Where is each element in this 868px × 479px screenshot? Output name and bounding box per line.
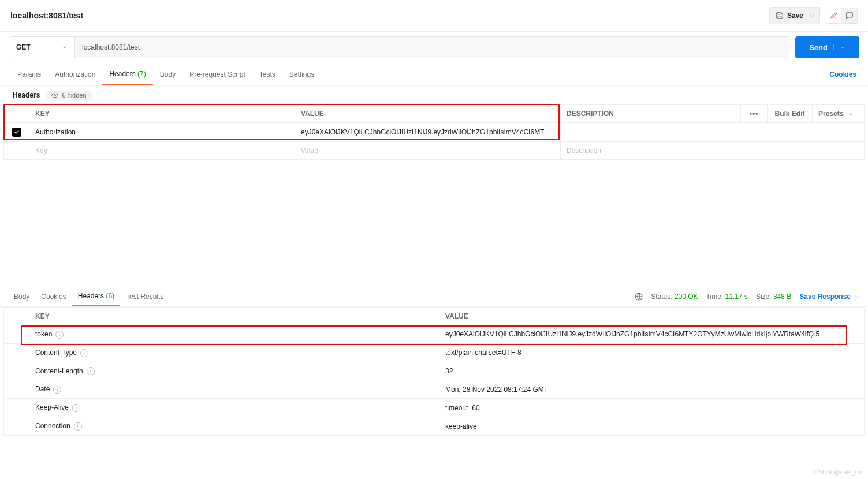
tab-body[interactable]: Body [153, 65, 182, 84]
hidden-headers-label: 6 hidden [62, 92, 86, 99]
table-row[interactable]: Authorization eyJ0eXAiOiJKV1QiLCJhbGciOi… [4, 123, 865, 142]
url-input[interactable]: localhost:8081/test [75, 36, 789, 58]
info-icon[interactable]: i [80, 349, 88, 357]
save-button-label: Save [787, 12, 803, 20]
header-desc-placeholder[interactable]: Description [561, 142, 865, 160]
header-key-cell[interactable]: Authorization [29, 123, 295, 142]
chevron-down-icon [848, 111, 854, 117]
status-value: 200 OK [675, 293, 698, 301]
send-button[interactable]: Send [795, 36, 859, 58]
col-value: VALUE [439, 308, 865, 325]
response-headers-table: KEY VALUE tokeni eyJ0eXAiOiJKV1QiLCJhbGc… [3, 307, 865, 436]
resp-header-key: Keep-Alive [35, 403, 69, 411]
comment-icon [845, 12, 854, 20]
tab-headers[interactable]: Headers (7) [102, 64, 152, 85]
size-block: Size: 348 B [756, 293, 791, 301]
comment-button[interactable] [841, 8, 858, 24]
request-url-row: GET localhost:8081/test Send [0, 32, 868, 63]
tab-headers-count: (7) [137, 70, 146, 78]
resp-header-key: Content-Type [35, 349, 77, 357]
size-label: Size: [756, 293, 772, 301]
edit-comment-group [826, 8, 858, 24]
resp-header-value: keep-alive [439, 417, 865, 436]
request-headers-table: KEY VALUE DESCRIPTION ••• Bulk Edit Pres… [3, 104, 865, 160]
dots-icon: ••• [750, 110, 759, 118]
time-block: Time: 11.17 s [706, 293, 748, 301]
presets-label: Presets [818, 110, 843, 118]
eye-icon [51, 92, 58, 99]
resp-tab-body[interactable]: Body [8, 288, 35, 305]
header-value-placeholder[interactable]: Value [295, 142, 561, 160]
chevron-down-icon [833, 44, 845, 50]
info-icon[interactable]: i [72, 404, 80, 412]
info-icon[interactable]: i [53, 386, 61, 394]
table-row: Content-Lengthi 32 [4, 362, 865, 380]
watermark: CSDN @naki_bb [814, 469, 862, 476]
info-icon[interactable]: i [74, 422, 82, 431]
headers-subheader: Headers 6 hidden [0, 86, 868, 104]
table-header-row: KEY VALUE DESCRIPTION ••• Bulk Edit Pres… [4, 105, 865, 123]
tab-params[interactable]: Params [10, 65, 48, 84]
save-response-button[interactable]: Save Response [799, 293, 860, 301]
hidden-headers-toggle[interactable]: 6 hidden [46, 91, 92, 100]
chevron-down-icon [854, 294, 860, 300]
status-block: Status: 200 OK [651, 293, 698, 301]
save-response-label: Save Response [799, 293, 851, 301]
http-method-value: GET [16, 43, 31, 51]
response-status-bar: Status: 200 OK Time: 11.17 s Size: 348 B… [635, 293, 860, 301]
resp-header-value: 32 [439, 362, 865, 380]
resp-header-key: Date [35, 385, 50, 393]
edit-button[interactable] [826, 8, 842, 24]
tab-authorization[interactable]: Authorization [48, 65, 102, 84]
tab-prerequest[interactable]: Pre-request Script [182, 65, 252, 84]
cookies-link[interactable]: Cookies [829, 70, 856, 78]
table-row: tokeni eyJ0eXAiOiJKV1QiLCJhbGciOiJIUzI1N… [4, 325, 865, 344]
tab-headers-label: Headers [109, 70, 135, 78]
tab-settings[interactable]: Settings [282, 65, 321, 84]
header-desc-cell[interactable] [561, 123, 865, 142]
col-value: VALUE [295, 105, 561, 123]
resp-tab-headers[interactable]: Headers (6) [72, 287, 120, 306]
chevron-down-icon [62, 44, 68, 50]
bulk-edit-button[interactable]: Bulk Edit [768, 105, 813, 123]
save-dropdown-button[interactable] [804, 7, 820, 24]
resp-header-value: Mon, 28 Nov 2022 08:17:24 GMT [439, 380, 865, 399]
status-label: Status: [651, 293, 672, 301]
headers-label: Headers [13, 91, 40, 99]
table-row-new[interactable]: Key Value Description [4, 142, 865, 160]
resp-header-key: Connection [35, 422, 70, 430]
resp-tab-cookies[interactable]: Cookies [35, 288, 72, 305]
title-bar: localhost:8081/test Save [0, 0, 868, 32]
resp-tab-headers-count: (6) [106, 292, 114, 300]
resp-tab-test-results[interactable]: Test Results [120, 288, 169, 305]
resp-header-key: Content-Length [35, 367, 83, 375]
info-icon[interactable]: i [55, 331, 64, 339]
table-row: Datei Mon, 28 Nov 2022 08:17:24 GMT [4, 380, 865, 399]
resp-header-key: token [35, 330, 52, 338]
response-tab-bar: Body Cookies Headers (6) Test Results St… [0, 286, 868, 307]
pencil-icon [830, 12, 838, 20]
col-key: KEY [29, 308, 439, 325]
size-value: 348 B [773, 293, 791, 301]
globe-icon [635, 293, 643, 301]
resp-header-value: eyJ0eXAiOiJKV1QiLCJhbGciOiJIUzI1NiJ9.eyJ… [439, 325, 865, 344]
table-row: Keep-Alivei timeout=60 [4, 399, 865, 417]
chevron-down-icon [809, 13, 815, 18]
col-description: DESCRIPTION [561, 105, 741, 123]
resp-header-value: text/plain;charset=UTF-8 [439, 343, 865, 362]
resp-header-value: timeout=60 [439, 399, 865, 417]
http-method-select[interactable]: GET [9, 36, 75, 58]
more-options-button[interactable]: ••• [741, 105, 768, 123]
send-button-label: Send [809, 43, 828, 52]
info-icon[interactable]: i [87, 367, 95, 375]
col-key: KEY [29, 105, 295, 123]
time-value: 11.17 s [725, 293, 748, 301]
request-tab-bar: Params Authorization Headers (7) Body Pr… [0, 63, 868, 86]
resp-tab-headers-label: Headers [78, 292, 104, 300]
row-enabled-checkbox[interactable] [12, 128, 21, 137]
time-label: Time: [706, 293, 724, 301]
presets-button[interactable]: Presets [813, 105, 865, 123]
header-key-placeholder[interactable]: Key [29, 142, 295, 160]
tab-tests[interactable]: Tests [252, 65, 282, 84]
header-value-cell[interactable]: eyJ0eXAiOiJKV1QiLCJhbGciOiJIUzI1NiJ9.eyJ… [295, 123, 561, 142]
